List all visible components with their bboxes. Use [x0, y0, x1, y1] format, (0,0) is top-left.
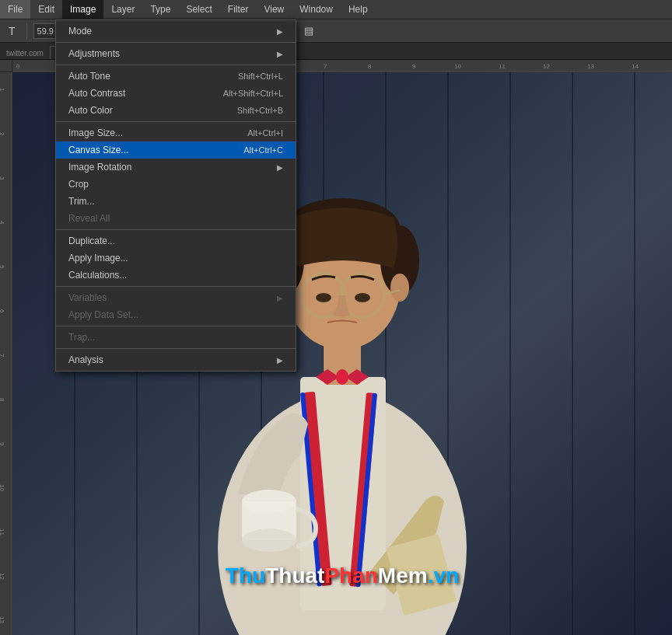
svg-text:0: 0 — [16, 63, 20, 70]
menu-layer[interactable]: Layer — [103, 0, 142, 19]
arrow-icon-analysis: ▶ — [277, 356, 283, 365]
menu-item-auto-color[interactable]: Auto Color Shift+Ctrl+B — [56, 102, 296, 119]
menu-item-analysis[interactable]: Analysis ▶ — [56, 351, 296, 368]
arrow-icon: ▶ — [277, 27, 283, 36]
shortcut-auto-color: Shift+Ctrl+B — [237, 106, 283, 115]
menu-file[interactable]: File — [0, 0, 30, 19]
svg-text:2: 2 — [0, 132, 5, 136]
svg-text:13: 13 — [0, 616, 5, 623]
separator-6 — [56, 326, 296, 326]
site-label: twitter.com — [0, 47, 50, 59]
menu-item-auto-tone[interactable]: Auto Tone Shift+Ctrl+L — [56, 68, 296, 85]
svg-text:11: 11 — [499, 63, 506, 70]
options-icon[interactable]: ▤ — [300, 23, 317, 38]
menu-view[interactable]: View — [256, 0, 292, 19]
watermark-phan: Phan — [324, 563, 377, 588]
separator-2 — [56, 65, 296, 65]
separator-5 — [56, 286, 296, 287]
text-tool-icon[interactable]: T — [4, 23, 20, 39]
menu-window[interactable]: Window — [292, 0, 341, 19]
arrow-icon-variables: ▶ — [277, 294, 283, 302]
ruler-corner — [0, 60, 12, 72]
svg-point-67 — [242, 529, 296, 552]
svg-point-61 — [355, 293, 370, 302]
menu-edit[interactable]: Edit — [30, 0, 62, 19]
svg-text:1: 1 — [0, 88, 5, 92]
toolbar-separator-1 — [26, 23, 27, 39]
menu-item-trim[interactable]: Trim... — [56, 193, 296, 210]
menu-filter[interactable]: Filter — [220, 0, 257, 19]
menu-bar: File Edit Image Layer Type Select Filter… — [0, 0, 672, 19]
watermark-mem: Mem — [378, 563, 428, 588]
menu-item-apply-image[interactable]: Apply Image... — [56, 249, 296, 267]
menu-item-duplicate[interactable]: Duplicate... — [56, 232, 296, 249]
arrow-icon-rotation: ▶ — [277, 163, 283, 172]
menu-item-mode[interactable]: Mode ▶ — [56, 23, 296, 40]
svg-text:9: 9 — [412, 63, 416, 70]
menu-item-variables: Variables ▶ — [56, 289, 296, 306]
menu-item-trap: Trap... — [56, 329, 296, 346]
menu-type[interactable]: Type — [142, 0, 178, 19]
watermark-thuat: Thuat — [265, 563, 324, 588]
menu-help[interactable]: Help — [341, 0, 376, 19]
arrow-icon-adj: ▶ — [277, 50, 283, 58]
menu-item-crop[interactable]: Crop — [56, 176, 296, 193]
svg-text:13: 13 — [587, 63, 594, 70]
menu-item-adjustments[interactable]: Adjustments ▶ — [56, 45, 296, 62]
svg-text:12: 12 — [543, 63, 550, 70]
shortcut-auto-tone: Shift+Ctrl+L — [238, 72, 283, 81]
image-dropdown-menu: Mode ▶ Adjustments ▶ Auto Tone Shift+Ctr… — [55, 19, 296, 372]
separator-4 — [56, 229, 296, 230]
svg-text:8: 8 — [0, 398, 5, 402]
watermark: ThuThuatPhanMem.vn — [226, 563, 459, 588]
svg-text:4: 4 — [0, 221, 5, 225]
svg-text:7: 7 — [0, 354, 5, 358]
svg-text:3: 3 — [0, 176, 5, 180]
svg-text:6: 6 — [0, 309, 5, 313]
svg-text:11: 11 — [0, 529, 5, 536]
menu-image[interactable]: Image — [62, 0, 103, 19]
svg-text:12: 12 — [0, 573, 5, 580]
menu-select[interactable]: Select — [178, 0, 219, 19]
menu-item-reveal-all: Reveal All — [56, 210, 296, 227]
svg-text:7: 7 — [324, 63, 327, 70]
svg-text:10: 10 — [0, 484, 5, 491]
svg-point-64 — [336, 369, 348, 385]
separator-7 — [56, 348, 296, 349]
separator-1 — [56, 42, 296, 43]
svg-text:10: 10 — [454, 63, 461, 70]
menu-item-canvas-size[interactable]: Canvas Size... Alt+Ctrl+C — [56, 141, 296, 159]
svg-text:14: 14 — [632, 63, 639, 70]
shortcut-canvas-size: Alt+Ctrl+C — [243, 145, 283, 155]
svg-text:5: 5 — [0, 265, 5, 269]
svg-text:9: 9 — [0, 442, 5, 446]
separator-3 — [56, 121, 296, 122]
menu-item-image-rotation[interactable]: Image Rotation ▶ — [56, 159, 296, 176]
shortcut-auto-contrast: Alt+Shift+Ctrl+L — [223, 89, 283, 98]
svg-point-54 — [390, 274, 409, 302]
menu-item-apply-data-set: Apply Data Set... — [56, 306, 296, 323]
menu-item-calculations[interactable]: Calculations... — [56, 267, 296, 284]
watermark-thu: Thu — [226, 563, 265, 588]
ruler-vertical: 1 2 3 4 5 6 7 8 9 10 11 12 13 — [0, 72, 12, 635]
watermark-vn: .vn — [428, 563, 459, 588]
shortcut-image-size: Alt+Ctrl+I — [247, 128, 283, 138]
menu-item-image-size[interactable]: Image Size... Alt+Ctrl+I — [56, 124, 296, 141]
svg-text:8: 8 — [368, 63, 372, 70]
svg-point-60 — [316, 293, 331, 302]
menu-item-auto-contrast[interactable]: Auto Contrast Alt+Shift+Ctrl+L — [56, 85, 296, 102]
